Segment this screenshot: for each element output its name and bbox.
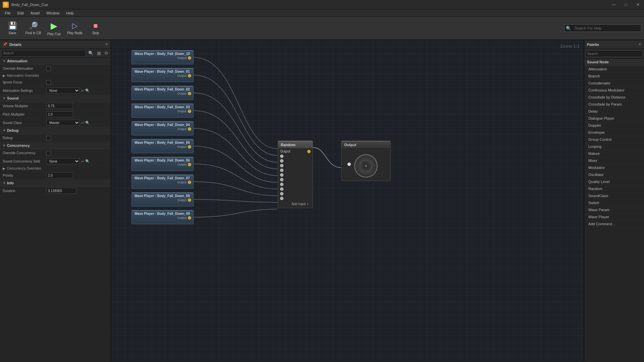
- wp2-output-pin[interactable]: [188, 92, 191, 95]
- menu-file[interactable]: File: [1, 10, 14, 16]
- menu-window[interactable]: Window: [43, 10, 63, 16]
- wp1-output-pin[interactable]: [188, 74, 191, 77]
- wp7-output-pin[interactable]: [188, 181, 191, 184]
- priority-input[interactable]: [46, 172, 73, 178]
- palette-item-mature[interactable]: Mature: [584, 150, 644, 157]
- override-attenuation-checkbox[interactable]: [46, 66, 51, 71]
- wave-player-node-8[interactable]: Wave Player : Body_Fall_Down_08 Output: [131, 192, 194, 206]
- wp9-output-pin[interactable]: [188, 216, 191, 220]
- sound-class-arrows[interactable]: ⇄: [81, 121, 84, 125]
- random-in-pin-3[interactable]: [280, 169, 283, 172]
- override-concurrency-checkbox[interactable]: [46, 151, 51, 156]
- random-in-pin-4[interactable]: [280, 173, 283, 177]
- palette-item-random[interactable]: Random: [584, 185, 644, 192]
- stop-button[interactable]: ■ Stop: [86, 18, 105, 38]
- palette-item-continuous-modulator[interactable]: Continuous Modulator: [584, 87, 644, 94]
- palette-item-delay[interactable]: Delay: [584, 108, 644, 115]
- debug-section-header[interactable]: ▼ Debug: [0, 127, 111, 134]
- menu-edit[interactable]: Edit: [14, 10, 27, 16]
- palette-item-modulator[interactable]: Modulator: [584, 164, 644, 171]
- volume-multiplier-input[interactable]: [46, 103, 73, 109]
- add-input-row[interactable]: Add input +: [280, 201, 311, 206]
- concurrency-overrides-subsection[interactable]: ▶ Concurrency Overrides: [0, 166, 111, 171]
- wave-player-node-3[interactable]: Wave Player : Body_Fall_Down_03 Output: [131, 104, 194, 118]
- output-node[interactable]: Output: [341, 141, 391, 181]
- palette-item-branch[interactable]: Branch: [584, 73, 644, 80]
- sound-concurrency-select[interactable]: None: [46, 158, 80, 164]
- find-in-cb-button[interactable]: 🔎 Find in CB: [23, 18, 43, 38]
- wave-player-node-0[interactable]: Wave Player : Body_Fall_Down_10 Output: [131, 50, 194, 64]
- wave-player-node-7[interactable]: Wave Player : Body_Fall_Down_07 Output: [131, 175, 194, 189]
- wp0-output-pin[interactable]: [188, 56, 191, 60]
- palette-close[interactable]: ✕: [638, 42, 641, 47]
- save-button[interactable]: 💾 Save: [3, 18, 22, 38]
- random-in-pin-5[interactable]: [280, 178, 283, 181]
- random-in-pin-9[interactable]: [280, 197, 283, 200]
- wave-player-node-4[interactable]: Wave Player : Body_Fall_Down_04 Output: [131, 121, 194, 135]
- sound-section-header[interactable]: ▼ Sound: [0, 95, 111, 102]
- attenuation-settings-search[interactable]: 🔍: [85, 88, 90, 93]
- palette-item-wave-player[interactable]: Wave Player: [584, 214, 644, 221]
- palette-search-input[interactable]: [586, 50, 643, 57]
- random-in-pin-2[interactable]: [280, 164, 283, 167]
- random-in-pin-8[interactable]: [280, 192, 283, 195]
- attenuation-settings-select[interactable]: None: [46, 87, 80, 94]
- palette-item-crossfade-param[interactable]: Crossfade by Param: [584, 101, 644, 108]
- random-output-pin[interactable]: [307, 150, 311, 153]
- wp8-output-pin[interactable]: [188, 198, 191, 202]
- canvas-area[interactable]: Zoom 1:1 Wave Player : Body_Fall_Down_10…: [111, 40, 584, 362]
- palette-item-enveloper[interactable]: Enveloper: [584, 129, 644, 136]
- wave-player-node-2[interactable]: Wave Player : Body_Fall_Down_02 Output: [131, 86, 194, 100]
- sound-class-search[interactable]: 🔍: [85, 121, 90, 125]
- info-section-header[interactable]: ▼ Info: [0, 180, 111, 187]
- play-cue-button[interactable]: ▶ Play Cue: [44, 18, 64, 38]
- menu-asset[interactable]: Asset: [27, 10, 43, 16]
- wave-player-node-9[interactable]: Wave Player : Body_Fall_Down_09 Output: [131, 210, 194, 224]
- palette-item-quality-level[interactable]: Quality Level: [584, 178, 644, 185]
- palette-item-add-comment[interactable]: Add Comment...: [584, 221, 644, 228]
- palette-item-switch[interactable]: Switch: [584, 199, 644, 206]
- palette-item-attenuation[interactable]: Attenuation: [584, 66, 644, 73]
- pitch-multiplier-input[interactable]: [46, 111, 73, 117]
- sound-concurrency-arrows[interactable]: ⇄: [81, 160, 84, 163]
- palette-item-wave-param[interactable]: Wave Param: [584, 206, 644, 214]
- random-in-pin-7[interactable]: [280, 187, 283, 191]
- duration-input[interactable]: [46, 188, 76, 194]
- menu-help[interactable]: Help: [63, 10, 77, 16]
- wave-player-node-6[interactable]: Wave Player : Body_Fall_Down_06 Output: [131, 157, 194, 171]
- wp4-output-pin[interactable]: [188, 127, 191, 131]
- minimize-button[interactable]: —: [608, 0, 620, 9]
- wave-player-node-1[interactable]: Wave Player : Body_Fall_Down_01 Output: [131, 68, 194, 82]
- close-button[interactable]: ✕: [632, 0, 644, 9]
- random-node[interactable]: Random Output: [278, 141, 313, 208]
- debug-checkbox[interactable]: [46, 136, 51, 140]
- details-settings-icon[interactable]: ⚙: [103, 50, 109, 56]
- ignore-focus-checkbox[interactable]: [46, 80, 51, 85]
- attenuation-overrides-subsection[interactable]: ▶ Attenuation Overrides: [0, 73, 111, 78]
- palette-item-crossfade-distance[interactable]: Crossfade by Distance: [584, 94, 644, 101]
- concurrency-section-header[interactable]: ▼ Concurrency: [0, 142, 111, 149]
- palette-item-oscillator[interactable]: Oscillator: [584, 171, 644, 178]
- play-node-button[interactable]: ▷ Play Node: [65, 18, 85, 38]
- random-in-pin-6[interactable]: [280, 183, 283, 186]
- wp6-output-pin[interactable]: [188, 163, 191, 166]
- palette-item-soundclass[interactable]: SoundClass: [584, 192, 644, 199]
- sound-concurrency-search[interactable]: 🔍: [85, 159, 90, 164]
- palette-item-mixer[interactable]: Mixer: [584, 157, 644, 164]
- palette-item-group-control[interactable]: Group Control: [584, 136, 644, 143]
- attenuation-section-header[interactable]: ▼ Attenuation: [0, 58, 111, 65]
- palette-item-concatenator[interactable]: Concatenator: [584, 80, 644, 87]
- random-in-pin-0[interactable]: [280, 155, 283, 158]
- attenuation-settings-arrows[interactable]: ⇄: [81, 89, 84, 93]
- wp3-output-pin[interactable]: [188, 110, 191, 113]
- palette-item-looping[interactable]: Looping: [584, 143, 644, 150]
- details-close[interactable]: ✕: [105, 42, 108, 47]
- details-search-icon[interactable]: 🔍: [87, 50, 95, 56]
- wave-player-node-5[interactable]: Wave Player : Body_Fall_Down_05 Output: [131, 139, 194, 153]
- palette-item-dialogue-player[interactable]: Dialogue Player: [584, 115, 644, 122]
- palette-item-doppler[interactable]: Doppler: [584, 122, 644, 129]
- output-left-pin[interactable]: [347, 163, 351, 166]
- random-in-pin-1[interactable]: [280, 159, 283, 163]
- details-search-input[interactable]: [1, 50, 86, 57]
- details-grid-icon[interactable]: ▦: [96, 50, 102, 56]
